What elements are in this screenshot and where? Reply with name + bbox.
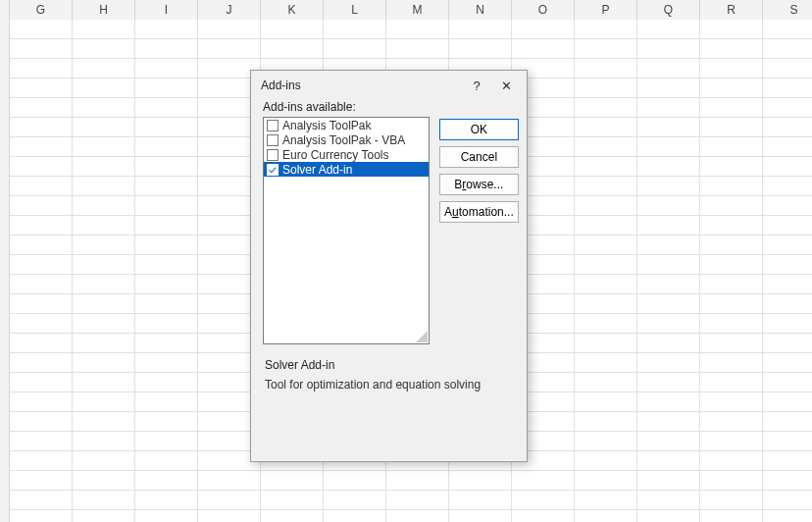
cell[interactable] [763,98,812,118]
cell[interactable] [763,137,812,157]
column-header[interactable]: S [763,0,812,20]
cell[interactable] [637,294,700,314]
cell[interactable] [575,157,637,177]
cell[interactable] [763,39,812,59]
cell[interactable] [763,412,812,432]
cell[interactable] [575,294,637,314]
cell[interactable] [324,20,386,39]
cell[interactable] [763,216,812,235]
cell[interactable] [575,118,637,137]
cell[interactable] [135,294,198,314]
cell[interactable] [73,412,135,432]
cell[interactable] [73,157,135,177]
cell[interactable] [763,20,812,39]
cell[interactable] [261,491,324,510]
cell[interactable] [10,59,73,78]
cell[interactable] [637,177,700,196]
cell[interactable] [575,373,637,392]
column-header[interactable]: J [198,0,261,20]
automation-button[interactable]: Automation... [439,201,519,223]
cell[interactable] [763,118,812,137]
cell[interactable] [575,98,637,118]
cell[interactable] [135,373,198,392]
cell[interactable] [135,98,198,118]
browse-button[interactable]: Browse... [439,174,519,195]
cell[interactable] [10,20,73,39]
cell[interactable] [763,314,812,334]
cell[interactable] [512,510,575,522]
cell[interactable] [10,412,73,432]
cell[interactable] [73,373,135,392]
cell[interactable] [135,451,198,471]
cell[interactable] [135,59,198,78]
cell[interactable] [637,216,700,235]
cell[interactable] [386,39,449,59]
cell[interactable] [575,451,637,471]
cell[interactable] [512,491,575,510]
cell[interactable] [135,78,198,98]
cell[interactable] [700,235,763,255]
cell[interactable] [637,451,700,471]
cell[interactable] [73,59,135,78]
cell[interactable] [135,412,198,432]
cell[interactable] [10,137,73,157]
cell[interactable] [10,39,73,59]
cell[interactable] [73,255,135,275]
ok-button[interactable]: OK [439,119,519,140]
cell[interactable] [575,353,637,373]
cell[interactable] [10,334,73,353]
cell[interactable] [763,392,812,412]
cell[interactable] [73,510,135,522]
cell[interactable] [261,20,324,39]
cell[interactable] [700,314,763,334]
cell[interactable] [575,275,637,294]
cell[interactable] [700,177,763,196]
cell[interactable] [637,20,700,39]
cell[interactable] [700,373,763,392]
cell[interactable] [637,471,700,491]
cell[interactable] [700,216,763,235]
cell[interactable] [700,59,763,78]
cell[interactable] [763,471,812,491]
cell[interactable] [135,196,198,216]
cell[interactable] [10,157,73,177]
cell[interactable] [637,196,700,216]
cell[interactable] [10,314,73,334]
cell[interactable] [135,392,198,412]
cell[interactable] [73,118,135,137]
checkbox[interactable] [267,149,279,161]
cell[interactable] [73,196,135,216]
cell[interactable] [449,510,512,522]
cell[interactable] [637,59,700,78]
column-header[interactable]: O [512,0,575,20]
cell[interactable] [324,471,386,491]
cell[interactable] [449,491,512,510]
cell[interactable] [575,471,637,491]
column-header[interactable]: I [135,0,198,20]
cell[interactable] [700,294,763,314]
cell[interactable] [575,137,637,157]
cell[interactable] [637,39,700,59]
cell[interactable] [73,39,135,59]
cell[interactable] [637,412,700,432]
cell[interactable] [135,118,198,137]
cell[interactable] [198,471,261,491]
cell[interactable] [575,510,637,522]
cell[interactable] [73,491,135,510]
addin-item[interactable]: Euro Currency Tools [264,147,429,162]
addin-item[interactable]: Analysis ToolPak - VBA [264,132,429,147]
cell[interactable] [700,137,763,157]
cell[interactable] [10,78,73,98]
column-header[interactable]: M [386,0,449,20]
cell[interactable] [324,39,386,59]
cell[interactable] [763,432,812,451]
checkbox[interactable] [267,120,279,131]
cell[interactable] [73,294,135,314]
column-header[interactable]: H [73,0,135,20]
cell[interactable] [700,510,763,522]
cell[interactable] [449,471,512,491]
cell[interactable] [135,510,198,522]
cell[interactable] [10,196,73,216]
cell[interactable] [73,78,135,98]
cell[interactable] [73,334,135,353]
